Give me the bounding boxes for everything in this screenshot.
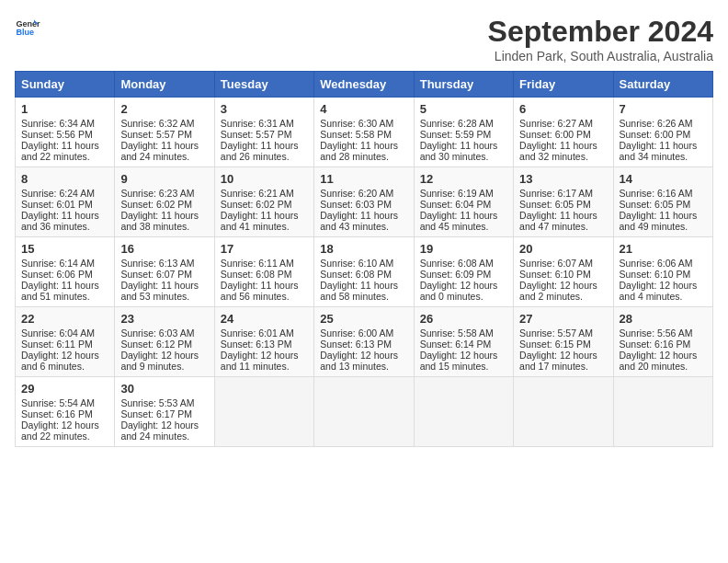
table-row: 19Sunrise: 6:08 AMSunset: 6:09 PMDayligh… [414, 237, 513, 307]
calendar-week-3: 22Sunrise: 6:04 AMSunset: 6:11 PMDayligh… [16, 307, 713, 377]
table-row: 21Sunrise: 6:06 AMSunset: 6:10 PMDayligh… [613, 237, 712, 307]
title-block: September 2024 Linden Park, South Austra… [488, 15, 713, 63]
table-row: 10Sunrise: 6:21 AMSunset: 6:02 PMDayligh… [214, 167, 313, 237]
calendar-week-0: 1Sunrise: 6:34 AMSunset: 5:56 PMDaylight… [16, 98, 713, 167]
table-row: 4Sunrise: 6:30 AMSunset: 5:58 PMDaylight… [314, 98, 414, 167]
page-header: General Blue September 2024 Linden Park,… [15, 15, 713, 63]
table-row: 26Sunrise: 5:58 AMSunset: 6:14 PMDayligh… [414, 307, 513, 377]
table-row: 28Sunrise: 5:56 AMSunset: 6:16 PMDayligh… [613, 307, 712, 377]
logo-icon: General Blue [15, 15, 40, 40]
table-row: 25Sunrise: 6:00 AMSunset: 6:13 PMDayligh… [314, 307, 414, 377]
table-row: 24Sunrise: 6:01 AMSunset: 6:13 PMDayligh… [214, 307, 313, 377]
table-row: 20Sunrise: 6:07 AMSunset: 6:10 PMDayligh… [514, 237, 613, 307]
table-row: 12Sunrise: 6:19 AMSunset: 6:04 PMDayligh… [414, 167, 513, 237]
page-title: September 2024 [488, 15, 713, 49]
col-sunday: Sunday [16, 72, 115, 98]
table-row: 7Sunrise: 6:26 AMSunset: 6:00 PMDaylight… [613, 98, 712, 167]
table-row [514, 377, 613, 447]
col-tuesday: Tuesday [214, 72, 313, 98]
col-wednesday: Wednesday [314, 72, 414, 98]
table-row: 5Sunrise: 6:28 AMSunset: 5:59 PMDaylight… [414, 98, 513, 167]
table-row: 6Sunrise: 6:27 AMSunset: 6:00 PMDaylight… [514, 98, 613, 167]
table-row: 22Sunrise: 6:04 AMSunset: 6:11 PMDayligh… [16, 307, 115, 377]
table-row [613, 377, 712, 447]
calendar-week-2: 15Sunrise: 6:14 AMSunset: 6:06 PMDayligh… [16, 237, 713, 307]
svg-text:Blue: Blue [16, 28, 34, 37]
table-row: 16Sunrise: 6:13 AMSunset: 6:07 PMDayligh… [115, 237, 214, 307]
table-row: 2Sunrise: 6:32 AMSunset: 5:57 PMDaylight… [115, 98, 214, 167]
table-row: 14Sunrise: 6:16 AMSunset: 6:05 PMDayligh… [613, 167, 712, 237]
calendar-week-4: 29Sunrise: 5:54 AMSunset: 6:16 PMDayligh… [16, 377, 713, 447]
table-row: 29Sunrise: 5:54 AMSunset: 6:16 PMDayligh… [16, 377, 115, 447]
calendar-week-1: 8Sunrise: 6:24 AMSunset: 6:01 PMDaylight… [16, 167, 713, 237]
table-row [214, 377, 313, 447]
calendar-table: Sunday Monday Tuesday Wednesday Thursday… [15, 71, 713, 447]
table-row: 13Sunrise: 6:17 AMSunset: 6:05 PMDayligh… [514, 167, 613, 237]
col-friday: Friday [514, 72, 613, 98]
table-row: 11Sunrise: 6:20 AMSunset: 6:03 PMDayligh… [314, 167, 414, 237]
calendar-header-row: Sunday Monday Tuesday Wednesday Thursday… [16, 72, 713, 98]
table-row: 15Sunrise: 6:14 AMSunset: 6:06 PMDayligh… [16, 237, 115, 307]
col-thursday: Thursday [414, 72, 513, 98]
col-monday: Monday [115, 72, 214, 98]
table-row: 27Sunrise: 5:57 AMSunset: 6:15 PMDayligh… [514, 307, 613, 377]
col-saturday: Saturday [613, 72, 712, 98]
table-row: 9Sunrise: 6:23 AMSunset: 6:02 PMDaylight… [115, 167, 214, 237]
table-row: 18Sunrise: 6:10 AMSunset: 6:08 PMDayligh… [314, 237, 414, 307]
table-row: 17Sunrise: 6:11 AMSunset: 6:08 PMDayligh… [214, 237, 313, 307]
table-row: 30Sunrise: 5:53 AMSunset: 6:17 PMDayligh… [115, 377, 214, 447]
table-row [314, 377, 414, 447]
table-row: 23Sunrise: 6:03 AMSunset: 6:12 PMDayligh… [115, 307, 214, 377]
table-row: 1Sunrise: 6:34 AMSunset: 5:56 PMDaylight… [16, 98, 115, 167]
table-row: 3Sunrise: 6:31 AMSunset: 5:57 PMDaylight… [214, 98, 313, 167]
page-subtitle: Linden Park, South Australia, Australia [488, 49, 713, 63]
logo: General Blue [15, 15, 40, 40]
table-row: 8Sunrise: 6:24 AMSunset: 6:01 PMDaylight… [16, 167, 115, 237]
table-row [414, 377, 513, 447]
